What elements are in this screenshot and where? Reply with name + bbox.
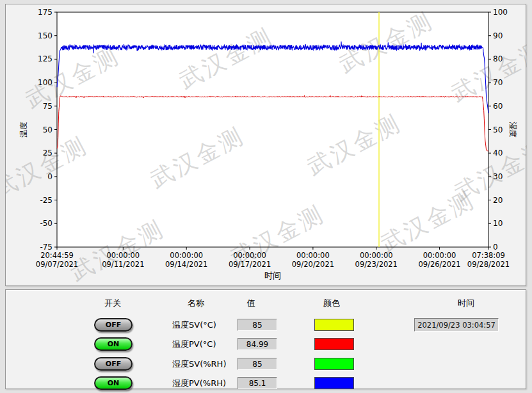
x-tick-time: 00:00:00 bbox=[170, 251, 203, 260]
chart-panel: 武汉金测武汉金测武汉金测武汉金测武汉金测武汉金测武汉金测武汉金测武汉金测武汉金测… bbox=[5, 4, 526, 286]
toggle-temp-sv[interactable]: OFF bbox=[94, 318, 133, 332]
x-tick-time: 20:44:59 bbox=[40, 251, 74, 260]
x-tick-time: 00:00:00 bbox=[233, 251, 266, 260]
value-humid-pv: 85.1 bbox=[238, 377, 277, 389]
toggle-humid-sv[interactable]: OFF bbox=[94, 357, 133, 371]
y-left-axis-title: 温度 bbox=[19, 122, 28, 138]
header-value: 值 bbox=[222, 298, 280, 309]
x-tick-time: 07:38:09 bbox=[472, 251, 505, 260]
value-temp-sv: 85 bbox=[238, 319, 277, 331]
y-left-tick-label: -25 bbox=[40, 196, 52, 205]
x-tick-date: 09/23/2021 bbox=[355, 260, 398, 269]
value-temp-pv: 84.99 bbox=[238, 338, 277, 350]
color-swatch-temp-sv[interactable] bbox=[314, 319, 354, 331]
y-right-tick-label: 60 bbox=[493, 102, 503, 111]
x-tick-date: 09/20/2021 bbox=[292, 260, 334, 269]
y-right-tick-label: 0 bbox=[493, 243, 498, 252]
y-right-tick-label: 90 bbox=[493, 31, 503, 40]
y-right-tick-label: 30 bbox=[493, 172, 503, 181]
y-right-tick-label: 100 bbox=[493, 8, 508, 17]
header-name: 名称 bbox=[167, 298, 225, 309]
y-right-axis-title: 湿度 bbox=[508, 122, 518, 138]
y-left-tick-label: 25 bbox=[43, 148, 52, 157]
y-right-tick-label: 20 bbox=[493, 196, 503, 205]
y-left-tick-label: 75 bbox=[43, 102, 52, 111]
x-tick-date: 09/28/2021 bbox=[467, 260, 510, 269]
header-color: 颜色 bbox=[303, 298, 360, 309]
x-tick-date: 09/26/2021 bbox=[418, 260, 460, 269]
y-left-tick-label: -50 bbox=[40, 219, 52, 228]
x-tick-time: 00:00:00 bbox=[106, 251, 140, 260]
header-time: 时间 bbox=[437, 298, 495, 309]
y-left-tick-label: 150 bbox=[38, 31, 52, 40]
y-left-tick-label: 0 bbox=[47, 172, 52, 181]
cursor-time-display: 2021/09/23 03:04:57 bbox=[414, 318, 499, 332]
control-panel: 开关 名称 值 颜色 时间 OFF 温度SV(°C) 85 ON 温度PV(°C… bbox=[5, 289, 526, 389]
x-tick-date: 09/11/2021 bbox=[102, 260, 144, 269]
header-switch: 开关 bbox=[84, 298, 141, 309]
y-right-tick-label: 40 bbox=[493, 148, 503, 157]
trend-chart[interactable]: 武汉金测武汉金测武汉金测武汉金测武汉金测武汉金测武汉金测武汉金测武汉金测武汉金测… bbox=[6, 4, 527, 287]
color-swatch-temp-pv[interactable] bbox=[314, 338, 354, 350]
x-tick-time: 00:00:00 bbox=[296, 251, 330, 260]
toggle-humid-pv[interactable]: ON bbox=[94, 376, 133, 390]
toggle-humid-sv-label: OFF bbox=[106, 360, 121, 368]
toggle-humid-pv-label: ON bbox=[108, 379, 120, 387]
x-tick-date: 09/07/2021 bbox=[36, 260, 78, 269]
color-swatch-humid-pv[interactable] bbox=[314, 377, 354, 389]
x-tick-date: 09/14/2021 bbox=[165, 260, 207, 269]
x-axis-title: 时间 bbox=[264, 271, 281, 280]
y-left-tick-label: 125 bbox=[38, 54, 52, 63]
x-tick-time: 00:00:00 bbox=[423, 251, 456, 260]
x-tick-date: 09/17/2021 bbox=[229, 260, 271, 269]
y-left-tick-label: -75 bbox=[40, 243, 52, 252]
color-swatch-humid-sv[interactable] bbox=[314, 358, 354, 370]
y-right-tick-label: 70 bbox=[493, 78, 503, 87]
y-left-tick-label: 50 bbox=[43, 125, 52, 134]
y-right-tick-label: 50 bbox=[493, 125, 503, 134]
toggle-temp-pv[interactable]: ON bbox=[94, 337, 133, 351]
y-left-tick-label: 175 bbox=[38, 8, 52, 17]
y-right-tick-label: 80 bbox=[493, 54, 503, 63]
toggle-temp-sv-label: OFF bbox=[106, 321, 121, 329]
value-humid-sv: 85 bbox=[238, 358, 277, 370]
x-tick-time: 00:00:00 bbox=[360, 251, 393, 260]
y-left-tick-label: 100 bbox=[38, 78, 52, 87]
y-right-tick-label: 10 bbox=[493, 219, 503, 228]
toggle-temp-pv-label: ON bbox=[108, 340, 120, 348]
